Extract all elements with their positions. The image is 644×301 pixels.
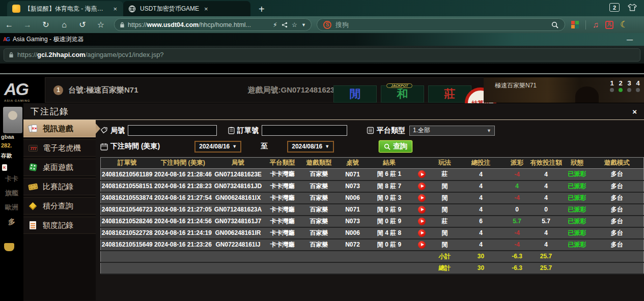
cell-time: 2024-08-16 21:28:23 (154, 180, 213, 192)
cell-status: 已派彩 (564, 204, 591, 216)
col-time: 下注時間 (美東) (154, 158, 213, 169)
sidebar-item-slots[interactable]: 777 電子老虎機 (23, 139, 96, 157)
replay-play-button[interactable] (418, 183, 426, 190)
table-name-label: 台號:極速百家樂N71 (68, 85, 138, 95)
cell-table: N073 (337, 216, 369, 227)
col-result: 結果 (369, 158, 410, 169)
round-number-input[interactable] (128, 125, 217, 136)
favorite-star-icon[interactable]: ☆ (292, 21, 297, 28)
asia-gaming-watermark: AGASIA GAMING (4, 79, 30, 102)
share-icon[interactable] (282, 22, 288, 28)
camera-4-button[interactable]: 4 (636, 79, 640, 92)
seat-number-badge: 1 (53, 85, 63, 95)
pdf-reader-icon[interactable]: 凡 (605, 21, 613, 29)
flash-icon[interactable]: ⚡ (273, 21, 277, 28)
url-path: /agingame/pcv1/index.jsp? (86, 51, 164, 58)
tab-count-badge[interactable]: 2 (609, 3, 620, 12)
replay-play-button[interactable] (418, 170, 426, 178)
cell-total-bet: 4 (456, 239, 506, 251)
undo-icon[interactable]: ↺ (73, 20, 92, 29)
col-game-type: 遊戲類型 (301, 158, 337, 169)
cell-valid-bet: 4 (528, 169, 564, 180)
cell-valid-bet: 4 (528, 192, 564, 204)
date-from-picker[interactable]: 2024/08/16▼ (194, 141, 241, 153)
minimize-button[interactable]: — (627, 36, 633, 43)
search-query-button[interactable]: 查詢 (379, 140, 412, 153)
subtotal-valid-bet: 25.7 (528, 251, 564, 262)
table-row: 240816210522728 2024-08-16 21:24:19 GN00… (101, 227, 644, 239)
refresh-icon[interactable]: ↻ (37, 20, 55, 29)
cell-time: 2024-08-16 21:27:05 (154, 204, 213, 216)
tab-title: 【新提醒】体育电竞 - 海燕策略 (24, 5, 108, 13)
bet-spot-tie[interactable]: JACKPOT和 (381, 85, 424, 103)
replay-play-button[interactable] (418, 218, 426, 225)
cell-replay (410, 169, 434, 180)
betting-records-table: 訂單號 下注時間 (美東) 局號 平台類型 遊戲類型 桌號 結果 玩法 總投注 … (100, 157, 644, 275)
gem-icon (28, 201, 38, 211)
lock-icon (9, 52, 14, 58)
back-icon[interactable]: ← (0, 20, 18, 29)
address-bar[interactable]: https://www.usdt04.com/hhcp/home.html...… (114, 18, 312, 31)
cell-time: 2024-08-16 21:24:56 (154, 216, 213, 227)
cell-time: 2024-08-16 21:24:19 (154, 227, 213, 239)
bet-spot-player[interactable]: 閒 (333, 85, 377, 103)
apps-grid-icon[interactable] (571, 21, 579, 28)
cell-result: 閒 0 莊 9 (369, 216, 410, 227)
sidebar-item-quota-records[interactable]: 額度記錄 (23, 217, 96, 234)
cell-payout: -4 (506, 192, 528, 204)
deposit-fragment: 存款 (1, 152, 12, 160)
browser-tab-2[interactable]: USDT加密货币GAME × (123, 1, 250, 16)
cell-status: 已派彩 (564, 192, 591, 204)
replay-play-button[interactable] (418, 229, 426, 237)
browser-tab-1[interactable]: 【新提醒】体育电竞 - 海燕策略 × (7, 1, 123, 16)
date-to-picker[interactable]: 2024/08/16▼ (287, 141, 334, 153)
bookmark-star-icon[interactable]: ☆ (92, 20, 110, 29)
tab-close-icon[interactable]: × (203, 5, 209, 13)
replay-play-button[interactable] (418, 194, 426, 202)
menu-fragment: 卡卡 (5, 174, 18, 184)
camera-3-button[interactable]: 3 (627, 79, 631, 92)
cell-valid-bet: 4 (528, 239, 564, 251)
order-number-input[interactable] (262, 125, 347, 136)
sidebar-item-table-games[interactable]: 桌面遊戲 (23, 159, 96, 176)
cell-platform: 卡卡灣廳 (264, 192, 301, 204)
camera-1-button[interactable]: 1 (610, 79, 614, 92)
cell-valid-bet: 5.7 (528, 216, 564, 227)
table-row: 240816210558151 2024-08-16 21:28:23 GN07… (101, 180, 644, 192)
game-address-bar[interactable]: https://gci.2hhapi.com/agingame/pcv1/ind… (4, 48, 640, 62)
dice-icon (28, 163, 38, 172)
theme-shirt-icon[interactable] (628, 4, 637, 11)
platform-type-select[interactable]: 1.全部 ▼ (409, 126, 495, 136)
cell-order: 240816210553874 (101, 192, 154, 204)
home-icon[interactable]: ⌂ (55, 20, 73, 29)
cell-status: 已派彩 (564, 180, 591, 192)
sidebar-item-video-games[interactable]: K♥ 視訊遊戲 (23, 120, 96, 137)
close-icon[interactable]: × (632, 107, 637, 116)
subtotal-total-bet: 30 (456, 251, 506, 262)
sidebar-item-points-query[interactable]: 積分查詢 (23, 197, 96, 215)
search-icon[interactable] (551, 21, 558, 28)
cell-platform: 卡卡灣廳 (264, 216, 301, 227)
replay-play-button[interactable] (418, 241, 426, 249)
camera-2-button[interactable]: 2 (619, 79, 623, 92)
search-box[interactable]: S 搜狗 (317, 18, 565, 31)
night-mode-moon-icon[interactable]: ☾ (620, 19, 628, 30)
forward-icon[interactable]: → (18, 20, 37, 29)
sidebar-item-match-records[interactable]: 比賽記錄 (23, 178, 96, 195)
menu-fragment: 多 (8, 218, 15, 227)
video-table-label: 極速百家樂N71 (495, 81, 537, 90)
cell-replay (410, 192, 434, 204)
dealer-video-thumbnail[interactable]: 極速百家樂N71 1 2 3 4 (484, 77, 644, 103)
table-row: 240816210561189 2024-08-16 21:28:46 GN07… (101, 169, 644, 180)
replay-play-button[interactable] (418, 206, 426, 214)
modal-sidebar: K♥ 視訊遊戲 777 電子老虎機 桌面遊戲 比賽記錄 積分查詢 (23, 120, 96, 300)
music-icon[interactable]: ♫ (593, 20, 599, 29)
round-filter-label: 局號 (100, 126, 125, 135)
cell-game-type: 百家樂 (301, 169, 337, 180)
new-tab-button[interactable]: + (259, 4, 265, 14)
tab-close-icon[interactable]: × (112, 5, 118, 13)
cell-payout: -4 (506, 227, 528, 239)
cell-result: 閒 6 莊 1 (369, 169, 410, 180)
chevron-down-icon[interactable]: ▼ (301, 22, 306, 27)
table-header-row: 訂單號 下注時間 (美東) 局號 平台類型 遊戲類型 桌號 結果 玩法 總投注 … (101, 158, 644, 169)
